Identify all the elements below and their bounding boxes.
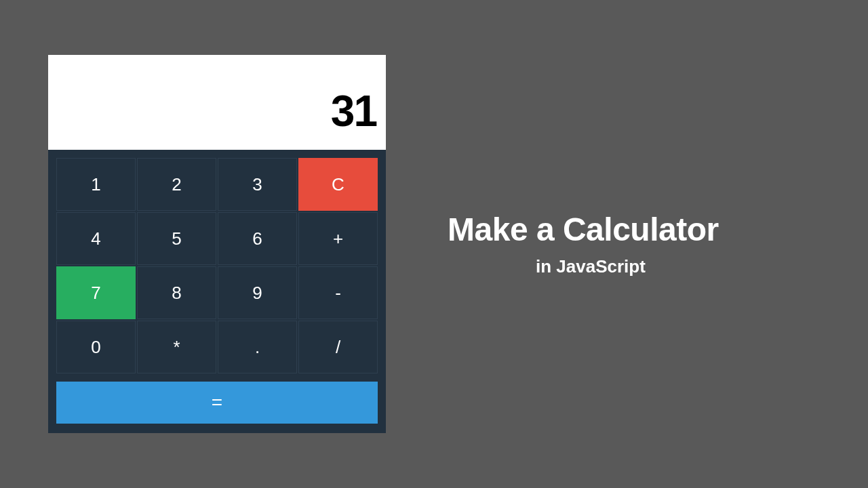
- key-clear[interactable]: C: [298, 158, 378, 211]
- calculator-display: 31: [48, 55, 386, 150]
- keypad: 1 2 3 C 4 5 6 + 7 8 9 - 0 * . /: [48, 150, 386, 382]
- key-2[interactable]: 2: [137, 158, 216, 211]
- key-divide[interactable]: /: [298, 321, 378, 373]
- key-8[interactable]: 8: [137, 266, 216, 319]
- key-0[interactable]: 0: [56, 321, 136, 373]
- key-3[interactable]: 3: [218, 158, 297, 211]
- page-subtitle: in JavaScript: [448, 256, 646, 277]
- key-equals[interactable]: =: [56, 382, 378, 424]
- key-7[interactable]: 7: [56, 266, 136, 319]
- key-6[interactable]: 6: [218, 212, 297, 265]
- calculator-panel: 31 1 2 3 C 4 5 6 + 7 8 9 - 0 * . / =: [0, 0, 434, 488]
- calculator: 31 1 2 3 C 4 5 6 + 7 8 9 - 0 * . / =: [48, 55, 386, 433]
- headline-panel: Make a Calculator in JavaScript: [434, 0, 868, 488]
- key-9[interactable]: 9: [218, 266, 297, 319]
- key-4[interactable]: 4: [56, 212, 136, 265]
- key-multiply[interactable]: *: [137, 321, 216, 373]
- key-decimal[interactable]: .: [218, 321, 297, 373]
- key-minus[interactable]: -: [298, 266, 378, 319]
- key-1[interactable]: 1: [56, 158, 136, 211]
- key-plus[interactable]: +: [298, 212, 378, 265]
- page-title: Make a Calculator: [448, 211, 719, 248]
- key-5[interactable]: 5: [137, 212, 216, 265]
